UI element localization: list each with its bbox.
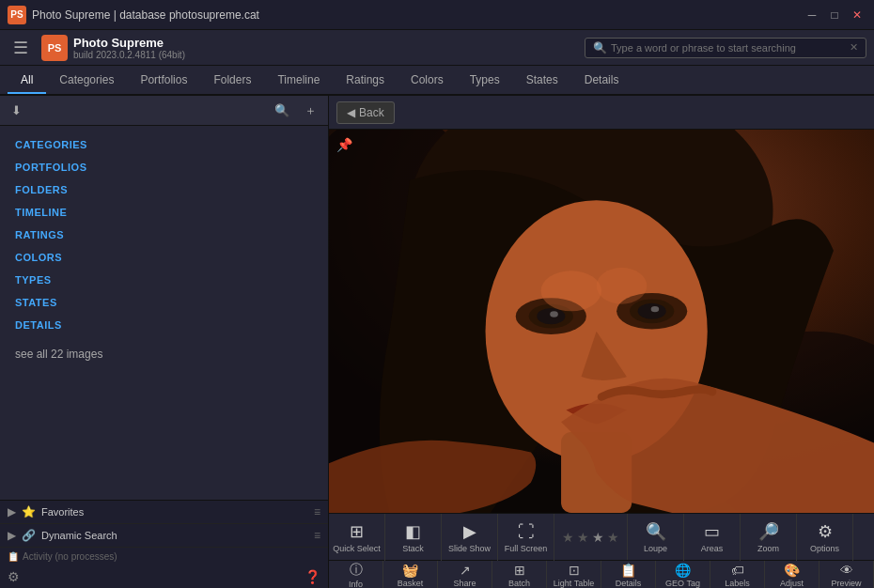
dynamic-search-menu-icon[interactable]: ≡: [314, 529, 320, 542]
areas-button[interactable]: ▭ Areas: [684, 514, 741, 561]
sidebar-favorites-item[interactable]: ▶ ⭐ Favorites ≡: [0, 501, 328, 524]
batch-icon: ⊞: [514, 563, 525, 578]
sidebar-item-colors[interactable]: COLORS: [0, 246, 328, 269]
tab-types[interactable]: Types: [457, 68, 513, 94]
share-button[interactable]: ↗ Share: [438, 561, 492, 588]
expand-icon-2: ▶: [8, 529, 16, 542]
tab-folders[interactable]: Folders: [200, 68, 264, 94]
share-label: Share: [453, 579, 476, 588]
tab-all[interactable]: All: [8, 68, 46, 94]
tab-timeline[interactable]: Timeline: [264, 68, 333, 94]
loupe-icon: 🔍: [646, 521, 666, 542]
back-label: Back: [359, 106, 384, 119]
maximize-button[interactable]: □: [825, 8, 844, 23]
share-icon: ↗: [460, 563, 471, 578]
basket-label: Basket: [398, 579, 424, 588]
preview-button[interactable]: 👁 Preview: [819, 561, 874, 588]
star-2[interactable]: ★: [577, 530, 589, 545]
options-button[interactable]: ⚙ Options: [797, 514, 853, 561]
basket-button[interactable]: 🧺 Basket: [383, 561, 438, 588]
geo-tag-button[interactable]: 🌐 GEO Tag: [656, 561, 710, 588]
batch-label: Batch: [508, 579, 530, 588]
title-bar: PS Photo Supreme | database photosupreme…: [0, 0, 874, 30]
sidebar-item-ratings[interactable]: RATINGS: [0, 224, 328, 246]
back-chevron-icon: ◀: [347, 106, 355, 119]
star-ratings-group: ★ ★ ★ ★: [554, 514, 628, 560]
search-icon: 🔍: [593, 41, 607, 54]
full-screen-button[interactable]: ⛶ Full Screen: [498, 514, 554, 561]
sidebar-item-details[interactable]: DETAILS: [0, 314, 328, 336]
sidebar-item-states[interactable]: STATES: [0, 291, 328, 314]
stack-icon: ◧: [405, 521, 421, 542]
tab-categories[interactable]: Categories: [46, 68, 127, 94]
sidebar-item-portfolios[interactable]: PORTFOLIOS: [0, 156, 328, 178]
settings-icon[interactable]: ⚙: [8, 569, 20, 584]
stack-button[interactable]: ◧ Stack: [385, 514, 442, 561]
quick-select-button[interactable]: ⊞ Quick Select: [329, 514, 385, 561]
search-input[interactable]: [611, 42, 850, 54]
sidebar-item-categories[interactable]: CATEGORIES: [0, 133, 328, 156]
app-name: Photo Supreme: [73, 36, 185, 50]
activity-icon: 📋: [8, 551, 19, 562]
tab-portfolios[interactable]: Portfolios: [127, 68, 200, 94]
tab-states[interactable]: States: [513, 68, 571, 94]
adjust-button[interactable]: 🎨 Adjust: [765, 561, 819, 588]
details-button[interactable]: 📋 Details: [601, 561, 656, 588]
options-label: Options: [810, 544, 839, 553]
sidebar-item-types[interactable]: TYPES: [0, 269, 328, 291]
build-info: build 2023.0.2.4811 (64bit): [73, 50, 185, 60]
back-bar: ◀ Back: [329, 96, 874, 130]
portrait-image: [329, 130, 874, 513]
search-box[interactable]: 🔍 ✕: [585, 38, 866, 58]
quick-select-icon: ⊞: [350, 521, 364, 542]
star-4[interactable]: ★: [607, 530, 619, 545]
svg-point-14: [541, 271, 601, 311]
labels-button[interactable]: 🏷 Labels: [710, 561, 765, 588]
star-3[interactable]: ★: [592, 530, 604, 545]
geo-tag-label: GEO Tag: [665, 579, 700, 588]
dynamic-search-icon: 🔗: [22, 529, 36, 542]
tab-colors[interactable]: Colors: [398, 68, 457, 94]
info-button[interactable]: ⓘ Info: [329, 561, 383, 588]
basket-icon: 🧺: [402, 563, 418, 578]
quick-select-label: Quick Select: [333, 544, 381, 553]
help-icon[interactable]: ❓: [304, 569, 320, 584]
sidebar-item-timeline[interactable]: TIMELINE: [0, 201, 328, 224]
sidebar-item-folders[interactable]: FOLDERS: [0, 178, 328, 201]
details-icon: 📋: [620, 563, 636, 578]
dynamic-search-label: Dynamic Search: [41, 530, 308, 541]
hamburger-menu[interactable]: ☰: [8, 36, 34, 60]
loupe-button[interactable]: 🔍 Loupe: [628, 514, 684, 561]
svg-point-9: [537, 308, 565, 324]
back-button[interactable]: ◀ Back: [336, 101, 395, 124]
slide-show-label: Slide Show: [448, 544, 491, 553]
add-icon[interactable]: ＋: [301, 101, 320, 121]
see-all-images[interactable]: see all 22 images: [0, 336, 328, 372]
sidebar: ⬇ 🔍 ＋ CATEGORIES PORTFOLIOS FOLDERS TIME…: [0, 96, 329, 588]
info-icon: ⓘ: [350, 562, 363, 579]
areas-label: Areas: [701, 544, 724, 553]
bottom-toolbar-bottom: ⓘ Info 🧺 Basket ↗ Share ⊞ Batch ⊡ Lig: [329, 561, 874, 588]
slide-show-button[interactable]: ▶ Slide Show: [442, 514, 498, 561]
tab-details[interactable]: Details: [571, 68, 632, 94]
main-layout: ⬇ 🔍 ＋ CATEGORIES PORTFOLIOS FOLDERS TIME…: [0, 96, 874, 588]
svg-point-15: [597, 268, 648, 304]
light-table-button[interactable]: ⊡ Light Table: [547, 561, 601, 588]
filter-icon[interactable]: ⬇: [8, 101, 25, 119]
batch-button[interactable]: ⊞ Batch: [492, 561, 547, 588]
sidebar-toolbar: ⬇ 🔍 ＋: [0, 96, 328, 126]
sidebar-settings-row: ⚙ ❓: [0, 565, 328, 588]
favorites-menu-icon[interactable]: ≡: [314, 505, 320, 518]
geo-tag-icon: 🌐: [675, 563, 691, 578]
pin-icon[interactable]: 📌: [336, 137, 352, 152]
sidebar-dynamic-search-item[interactable]: ▶ 🔗 Dynamic Search ≡: [0, 524, 328, 548]
search-icon[interactable]: 🔍: [271, 101, 293, 119]
close-button[interactable]: ✕: [848, 8, 866, 23]
star-1[interactable]: ★: [562, 530, 574, 545]
window-controls: ─ □ ✕: [803, 8, 866, 23]
minimize-button[interactable]: ─: [803, 8, 821, 23]
adjust-icon: 🎨: [784, 563, 800, 578]
clear-search-icon[interactable]: ✕: [850, 41, 858, 54]
zoom-button[interactable]: 🔎 Zoom: [741, 514, 797, 561]
tab-ratings[interactable]: Ratings: [333, 68, 398, 94]
